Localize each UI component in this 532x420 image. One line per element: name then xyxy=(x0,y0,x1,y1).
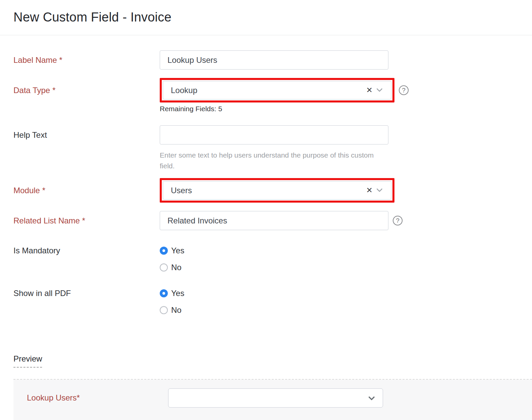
required-asterisk: * xyxy=(59,55,62,65)
show-in-all-pdf-radio-group: Yes No xyxy=(160,289,184,314)
preview-field-label: Lookup Users* xyxy=(27,393,168,403)
preview-heading: Preview xyxy=(13,354,42,368)
help-text-label: Help Text xyxy=(13,125,160,144)
data-type-value: Lookup xyxy=(171,86,366,95)
chevron-down-icon xyxy=(368,394,375,401)
data-type-highlight: Lookup ✕ xyxy=(160,78,394,102)
radio-dot xyxy=(162,292,165,295)
label-name-row: Label Name * xyxy=(13,50,532,70)
radio-unselected-icon[interactable] xyxy=(160,306,168,314)
radio-unselected-icon[interactable] xyxy=(160,263,168,271)
custom-field-form: Label Name * Data Type * Lookup ✕ ? Rema… xyxy=(0,50,532,314)
module-row: Module * Users ✕ xyxy=(13,178,532,203)
show-in-all-pdf-row: Show in all PDF Yes No xyxy=(13,289,532,314)
module-select[interactable]: Users ✕ xyxy=(163,181,391,200)
chevron-down-icon[interactable] xyxy=(376,186,382,192)
related-list-name-input[interactable] xyxy=(160,211,388,230)
is-mandatory-label: Is Mandatory xyxy=(13,246,160,255)
chevron-down-icon[interactable] xyxy=(376,86,382,92)
radio-label-no: No xyxy=(171,305,182,315)
page-header: New Custom Field - Invoice xyxy=(0,0,532,35)
radio-selected-icon[interactable] xyxy=(160,289,168,297)
show-in-all-pdf-yes-option[interactable]: Yes xyxy=(160,289,184,298)
module-highlight: Users ✕ xyxy=(160,178,394,203)
page-title: New Custom Field - Invoice xyxy=(13,9,519,25)
data-type-label: Data Type * xyxy=(13,78,160,102)
clear-icon[interactable]: ✕ xyxy=(366,86,373,94)
radio-label-yes: Yes xyxy=(171,289,184,298)
required-asterisk: * xyxy=(52,86,55,95)
remaining-fields-note: Remaining Fields: 5 xyxy=(160,105,409,113)
is-mandatory-no-option[interactable]: No xyxy=(160,263,184,272)
radio-label-no: No xyxy=(171,263,182,272)
data-type-select[interactable]: Lookup ✕ xyxy=(163,81,391,99)
preview-panel: Lookup Users* xyxy=(13,380,532,420)
required-asterisk: * xyxy=(82,216,85,225)
help-icon[interactable]: ? xyxy=(393,216,403,225)
module-value: Users xyxy=(171,186,366,195)
show-in-all-pdf-no-option[interactable]: No xyxy=(160,306,184,314)
radio-dot xyxy=(162,249,165,252)
help-text-row: Help Text Enter some text to help users … xyxy=(13,125,532,171)
help-text-hint: Enter some text to help users understand… xyxy=(160,150,386,171)
is-mandatory-radio-group: Yes No xyxy=(160,246,184,272)
is-mandatory-row: Is Mandatory Yes No xyxy=(13,246,532,272)
radio-label-yes: Yes xyxy=(171,246,184,255)
is-mandatory-yes-option[interactable]: Yes xyxy=(160,246,184,255)
help-icon[interactable]: ? xyxy=(399,85,409,95)
clear-icon[interactable]: ✕ xyxy=(366,186,373,194)
data-type-row: Data Type * Lookup ✕ ? Remaining Fields:… xyxy=(13,78,532,113)
radio-selected-icon[interactable] xyxy=(160,247,168,255)
label-name-label: Label Name * xyxy=(13,50,160,70)
related-list-name-row: Related List Name * ? xyxy=(13,211,532,230)
module-label: Module * xyxy=(13,178,160,203)
required-asterisk: * xyxy=(42,186,45,195)
preview-lookup-dropdown[interactable] xyxy=(168,388,383,408)
help-text-input[interactable] xyxy=(160,125,388,144)
related-list-name-label: Related List Name * xyxy=(13,211,160,230)
label-name-input[interactable] xyxy=(160,50,388,70)
show-in-all-pdf-label: Show in all PDF xyxy=(13,289,160,298)
